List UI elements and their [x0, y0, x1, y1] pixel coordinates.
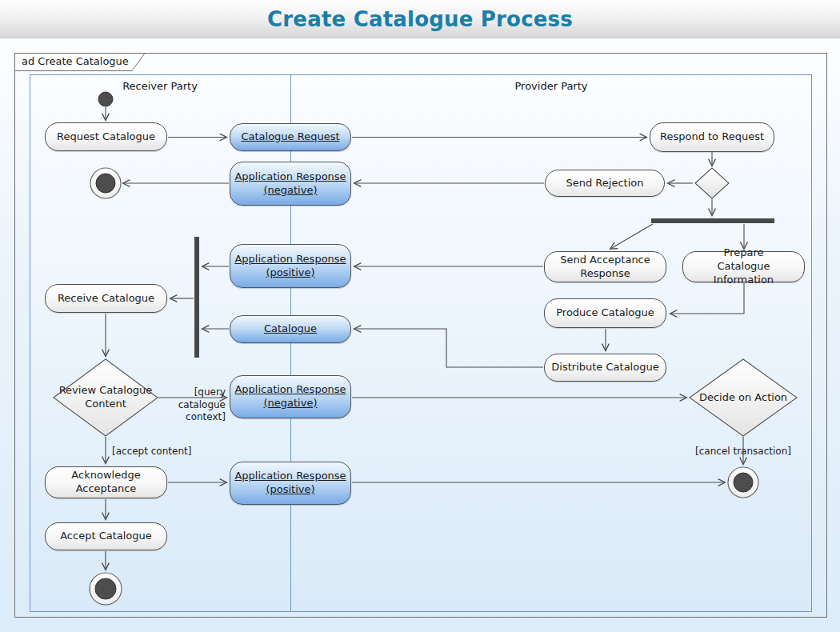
object-label: Application Response (negative)	[234, 170, 347, 198]
activity-label: Produce Catalogue	[556, 306, 654, 320]
join-bar	[194, 237, 199, 358]
guard-cancel-transaction: [cancel transaction]	[682, 446, 804, 458]
activity-label: Send Rejection	[566, 177, 644, 190]
activity-distribute-catalogue: Distribute Catalogue	[544, 354, 666, 382]
object-catalogue: Catalogue	[230, 315, 351, 343]
activity-prepare-catalogue-information: Prepare Catalogue Information	[682, 251, 805, 282]
screenshot-canvas: Create Catalogue Process Receiver Party …	[0, 0, 840, 632]
object-label: Application Response (positive)	[234, 253, 347, 280]
activity-label: Acknowledge Acceptance	[59, 469, 154, 496]
activity-label: Request Catalogue	[57, 130, 155, 144]
activity-label: Send Acceptance Response	[558, 254, 653, 281]
decision-label-decide-on-action: Decide on Action	[691, 387, 795, 408]
edge-distribute-to-catalogue	[354, 329, 543, 367]
fork-bar	[651, 218, 774, 223]
object-application-response-positive-1: Application Response (positive)	[230, 244, 351, 288]
activity-label: Respond to Request	[660, 130, 764, 144]
activity-request-catalogue: Request Catalogue	[45, 122, 167, 151]
final-node-reject-inner	[96, 174, 115, 193]
activity-label: Distribute Catalogue	[551, 361, 658, 374]
frame-tab-label: ad Create Catalogue	[22, 55, 129, 67]
decision-node-respond	[695, 168, 729, 198]
initial-node	[98, 92, 113, 106]
activity-accept-catalogue: Accept Catalogue	[45, 522, 167, 550]
activity-label: Prepare Catalogue Information	[697, 246, 791, 287]
activity-label: Accept Catalogue	[60, 530, 152, 543]
activity-receive-catalogue: Receive Catalogue	[45, 284, 167, 313]
object-label: Application Response (negative)	[234, 383, 347, 410]
activity-acknowledge-acceptance: Acknowledge Acceptance	[45, 466, 167, 498]
final-node-accept-inner	[95, 578, 116, 599]
activity-send-acceptance-response: Send Acceptance Response	[544, 251, 666, 282]
object-application-response-negative-2: Application Response (negative)	[230, 375, 351, 418]
activity-send-rejection: Send Rejection	[545, 170, 665, 197]
object-application-response-positive-2: Application Response (positive)	[230, 462, 351, 505]
object-application-response-negative-1: Application Response (negative)	[230, 162, 351, 206]
lane-title-provider: Provider Party	[471, 80, 631, 92]
object-label: Catalogue Request	[241, 130, 339, 144]
edge-fork-to-send-acceptance	[610, 224, 653, 249]
object-catalogue-request: Catalogue Request	[230, 123, 351, 151]
decision-label-review-catalogue-content: Review Catalogue Content	[58, 377, 154, 418]
guard-accept-content: [accept content]	[112, 446, 191, 458]
activity-produce-catalogue: Produce Catalogue	[544, 298, 666, 328]
activity-label: Receive Catalogue	[58, 292, 154, 306]
activity-respond-to-request: Respond to Request	[650, 122, 774, 152]
edge-prepare-to-produce	[670, 283, 744, 314]
guard-query-catalogue-context: [query catalogue context]	[149, 386, 226, 424]
object-label: Catalogue	[264, 322, 317, 336]
final-node-cancel-inner	[734, 473, 753, 492]
object-label: Application Response (positive)	[234, 470, 347, 497]
lane-title-receiver: Receiver Party	[80, 80, 240, 92]
